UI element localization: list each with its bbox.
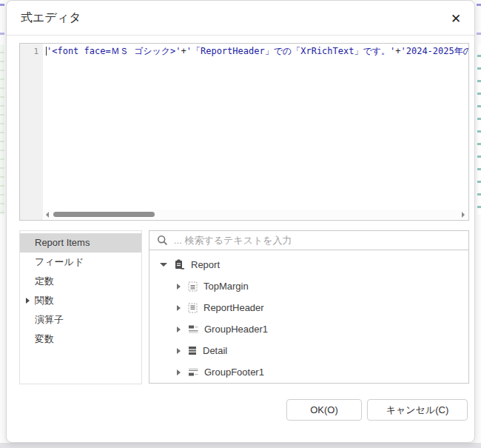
close-icon[interactable]: ✕ — [447, 10, 465, 27]
category-item-operators[interactable]: 演算子 — [20, 310, 141, 330]
chevron-down-icon[interactable] — [160, 263, 167, 267]
category-item-constants[interactable]: 定数 — [20, 272, 141, 291]
group-footer-icon — [188, 367, 198, 377]
detail-icon — [188, 346, 197, 355]
background-fragment — [477, 33, 481, 35]
tree-node-topmargin[interactable]: TopMargin — [149, 275, 468, 297]
group-header-icon — [188, 324, 198, 334]
search-box — [149, 230, 469, 250]
horizontal-scrollbar[interactable] — [43, 210, 468, 219]
cancel-button[interactable]: キャンセル(C) — [367, 399, 468, 421]
tree-node-label: Report — [191, 259, 220, 270]
category-label: 定数 — [35, 275, 54, 287]
category-item-report-items[interactable]: Report Items — [20, 233, 141, 253]
background-fragment — [0, 4, 4, 6]
scroll-right-icon[interactable] — [462, 212, 465, 218]
expression-editor-dialog: 式エディタ ✕ 1 '<font face=ＭＳ ゴシック>'+'「Report… — [6, 0, 475, 443]
category-label: 演算子 — [35, 314, 64, 325]
category-label: 関数 — [35, 295, 54, 306]
tree-node-label: Detail — [203, 345, 227, 356]
report-icon — [174, 259, 185, 270]
category-label: Report Items — [35, 237, 90, 248]
background-fragment — [477, 4, 481, 6]
category-list: Report Items フィールド 定数 関数 演算子 変数 — [19, 230, 142, 384]
category-item-variables[interactable]: 変数 — [20, 330, 141, 349]
tree-node-detail[interactable]: Detail — [149, 340, 468, 361]
background-fragment — [0, 33, 4, 35]
search-input[interactable] — [174, 235, 468, 246]
dialog-header: 式エディタ ✕ — [7, 1, 474, 36]
category-item-functions[interactable]: 関数 — [20, 291, 141, 310]
search-icon — [157, 235, 168, 246]
category-item-fields[interactable]: フィールド — [20, 253, 141, 272]
band-margin-icon — [188, 281, 198, 292]
scroll-left-icon[interactable] — [46, 212, 49, 218]
code-string-segment: '2024-2025年の' — [400, 46, 468, 56]
code-string-segment: '<font face=ＭＳ ゴシック>' — [47, 46, 181, 56]
code-string-segment: '「ReportHeader」での「XrRichText」です。' — [186, 46, 396, 56]
expression-code-editor[interactable]: 1 '<font face=ＭＳ ゴシック>'+'「ReportHeader」で… — [19, 43, 469, 221]
band-header-icon — [188, 303, 198, 313]
chevron-right-icon[interactable] — [177, 348, 181, 354]
tree-node-report[interactable]: Report — [149, 254, 468, 275]
page-background-strip — [0, 443, 481, 448]
tree-node-label: ReportHeader — [204, 302, 264, 313]
tree-node-label: TopMargin — [204, 281, 249, 292]
dialog-title: 式エディタ — [21, 10, 81, 26]
scrollbar-thumb[interactable] — [53, 212, 155, 217]
chevron-right-icon[interactable] — [177, 305, 181, 311]
chevron-right-icon[interactable] — [26, 298, 30, 304]
tree-node-label: GroupHeader1 — [204, 324, 268, 335]
editor-line-number-gutter: 1 — [20, 44, 43, 220]
background-fragment — [0, 44, 4, 215]
dialog-footer: OK(O) キャンセル(C) — [286, 399, 468, 421]
chevron-right-icon[interactable] — [177, 327, 181, 332]
tree-node-groupheader1[interactable]: GroupHeader1 — [149, 318, 468, 340]
code-operator: + — [181, 46, 186, 56]
tree-node-label: GroupFooter1 — [204, 367, 264, 378]
report-items-tree: Report TopMargin — [149, 250, 469, 384]
editor-code-line[interactable]: '<font face=ＭＳ ゴシック>'+'「ReportHeader」での「… — [43, 44, 468, 210]
ok-button[interactable]: OK(O) — [286, 399, 362, 421]
tree-node-groupfooter1[interactable]: GroupFooter1 — [149, 361, 468, 383]
category-label: フィールド — [35, 256, 84, 267]
tree-node-reportheader[interactable]: ReportHeader — [149, 297, 468, 318]
line-number: 1 — [33, 47, 38, 56]
category-label: 変数 — [35, 333, 54, 344]
chevron-right-icon[interactable] — [177, 284, 181, 290]
background-fragment — [477, 44, 481, 215]
chevron-right-icon[interactable] — [177, 370, 181, 375]
